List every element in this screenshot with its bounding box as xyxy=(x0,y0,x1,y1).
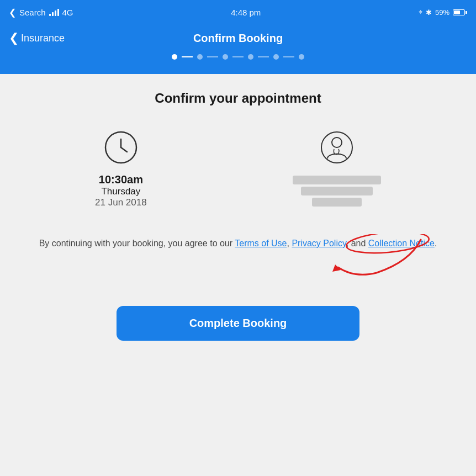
signal-bar-4 xyxy=(57,9,59,16)
terms-period: . xyxy=(435,239,437,248)
appointment-date: 21 Jun 2018 xyxy=(95,197,147,208)
signal-bars xyxy=(49,8,59,16)
progress-dot-1 xyxy=(172,54,177,60)
progress-dot-5 xyxy=(273,54,279,60)
doctor-specialty-blurred xyxy=(301,187,373,195)
progress-line-4 xyxy=(258,56,269,57)
terms-container: By continuing with your booking, you agr… xyxy=(11,236,465,251)
network-type: 4G xyxy=(62,8,73,17)
doctor-info xyxy=(293,173,381,209)
svg-marker-5 xyxy=(332,265,341,272)
app-back-icon: ❮ xyxy=(9,7,16,18)
appointment-day: Thursday xyxy=(95,186,147,197)
app-name: Search xyxy=(19,8,46,17)
back-chevron-icon: ❮ xyxy=(9,31,19,45)
progress-dot-6 xyxy=(299,54,304,60)
appointment-details: 10:30am Thursday 21 Jun 2018 xyxy=(11,128,465,209)
doctor-clinic-blurred xyxy=(312,198,362,207)
signal-bar-1 xyxy=(49,14,51,16)
nav-title: Confirm Booking xyxy=(193,32,283,45)
terms-text: By continuing with your booking, you agr… xyxy=(11,236,465,251)
battery-icon xyxy=(453,9,467,15)
back-label: Insurance xyxy=(21,33,65,44)
complete-booking-button[interactable]: Complete Booking xyxy=(117,306,359,341)
progress-line-2 xyxy=(207,56,218,57)
doctor-icon xyxy=(318,128,356,167)
progress-dots xyxy=(172,54,304,60)
status-left: ❮ Search 4G xyxy=(9,7,73,18)
progress-dot-4 xyxy=(248,54,253,60)
svg-line-2 xyxy=(121,147,127,152)
progress-line-1 xyxy=(182,56,193,57)
time-info: 10:30am Thursday 21 Jun 2018 xyxy=(95,173,147,208)
page-title: Confirm your appointment xyxy=(11,91,465,106)
privacy-policy-link[interactable]: Privacy Policy xyxy=(292,239,346,248)
time-detail: 10:30am Thursday 21 Jun 2018 xyxy=(95,128,147,208)
progress-dot-2 xyxy=(197,54,203,60)
appointment-time: 10:30am xyxy=(95,173,147,186)
bluetooth-icon: ✱ xyxy=(426,8,432,17)
signal-bar-2 xyxy=(52,12,54,16)
svg-point-4 xyxy=(332,137,342,147)
nav-bar: ❮ Insurance Confirm Booking xyxy=(0,24,476,74)
battery-percentage: 59% xyxy=(435,8,449,17)
status-right: ⌖ ✱ 59% xyxy=(419,8,467,17)
clock-icon xyxy=(102,128,140,167)
progress-line-5 xyxy=(283,56,294,57)
doctor-detail xyxy=(293,128,381,209)
terms-prefix: By continuing with your booking, you agr… xyxy=(39,239,235,248)
location-icon: ⌖ xyxy=(419,8,422,17)
main-content: Confirm your appointment 10:30am Thursda… xyxy=(0,74,476,476)
progress-dot-3 xyxy=(223,54,228,60)
terms-of-use-link[interactable]: Terms of Use xyxy=(235,239,287,248)
nav-title-row: ❮ Insurance Confirm Booking xyxy=(0,24,476,52)
back-button[interactable]: ❮ Insurance xyxy=(9,31,65,45)
collection-notice-link[interactable]: Collection Notice xyxy=(368,239,435,248)
status-bar: ❮ Search 4G 4:48 pm ⌖ ✱ 59% xyxy=(0,0,476,24)
progress-line-3 xyxy=(232,56,244,57)
status-time: 4:48 pm xyxy=(231,8,261,17)
terms-and: , and xyxy=(346,239,368,248)
doctor-name-blurred xyxy=(293,176,381,184)
signal-bar-3 xyxy=(55,10,56,16)
